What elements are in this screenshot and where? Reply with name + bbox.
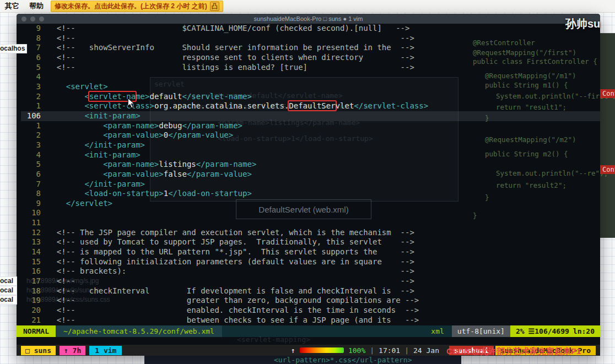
- code-line: 20 <!-- enabled. checkInterval is the ti…: [21, 306, 600, 316]
- save-stamp-icon: 凸: [210, 2, 219, 11]
- line-number: 8: [21, 189, 47, 199]
- code-line: 9 <!-- $CATALINA_HOME/conf (checked seco…: [21, 24, 600, 34]
- battery-gauge: [300, 347, 344, 353]
- line-number: 3: [21, 140, 47, 150]
- url-label-fragment: ocal: [0, 276, 17, 286]
- code-line: 21 <!-- between checks to see if a JSP p…: [21, 316, 600, 325]
- date: 24 Jan: [413, 346, 439, 355]
- url-label-fragment: ocal: [0, 286, 17, 295]
- code-line: 6 <param-value>false</param-value>: [21, 170, 600, 180]
- line-number: 2: [21, 131, 47, 140]
- red-annotation-box: servlet-na: [89, 92, 136, 101]
- line-number: 12: [21, 228, 47, 238]
- separator: |: [404, 346, 409, 355]
- menu-bar: 其它 帮助 修改未保存。点击此处保存。(上次保存 2 小时 之前) 凸: [0, 0, 615, 13]
- line-number: 6: [21, 53, 47, 63]
- code-line: 9 </servlet>: [21, 199, 600, 209]
- line-number: 14: [21, 247, 47, 257]
- code-line: 5 <!-- listings is enabled? [true] -->: [21, 63, 600, 73]
- line-number: 5: [21, 160, 47, 170]
- line-number: 20: [21, 306, 47, 316]
- code-line: 19 <!-- greater than zero, background co…: [21, 296, 600, 306]
- line-number: 10: [21, 208, 47, 218]
- code-line: 4: [21, 72, 600, 82]
- tmux-session-badge[interactable]: □ suns: [21, 346, 56, 355]
- line-number: 1: [21, 121, 47, 131]
- line-number: 4: [21, 72, 47, 82]
- code-line: 7 <!-- showServerInfo Should server info…: [21, 43, 600, 53]
- line-number: 18: [21, 286, 47, 296]
- vim-statusline: NORMAL ~/apache-tomcat-8.5.29/conf/web.x…: [17, 325, 600, 337]
- statusline-filler: [222, 325, 423, 337]
- separator: |: [370, 346, 374, 355]
- code-line: 18 <!-- checkInterval If development is …: [21, 286, 600, 296]
- line-number: 1: [21, 101, 47, 111]
- background-url-pattern-text: <url-pattern>*.css</url-pattern>: [274, 356, 412, 364]
- code-line: 4 <init-param>: [21, 150, 600, 160]
- menu-item-other[interactable]: 其它: [0, 1, 24, 11]
- line-number: 15: [21, 257, 47, 267]
- line-number: 7: [21, 43, 47, 53]
- terminal-window: sunshuaideMacBook-Pro □ suns ● 1 vim 9 <…: [17, 14, 600, 356]
- tmux-user-badge: sunshuai: [449, 346, 494, 355]
- line-number: 6: [21, 170, 47, 180]
- code-line: 6 <!-- response sent to clients when dir…: [21, 53, 600, 63]
- line-number: 9: [21, 24, 47, 34]
- screen: <url-pattern>*.css</url-pattern> 其它 帮助 修…: [0, 0, 615, 364]
- line-ruler: ☰106/4699: [528, 327, 569, 335]
- cursor-position-indicator: 2% ☰106/4699 ln:20: [510, 325, 600, 337]
- code-line: 7 </init-param>: [21, 180, 600, 189]
- line-number: 7: [21, 180, 47, 189]
- code-line: 3 </init-param>: [21, 140, 600, 150]
- red-annotation-box: DefaultSer: [289, 101, 335, 110]
- line-number: 11: [21, 218, 47, 228]
- code-line: 15 <!-- following initialization paramet…: [21, 257, 600, 267]
- code-line: 14 <!-- is mapped to the URL pattern "*.…: [21, 247, 600, 257]
- menu-item-help[interactable]: 帮助: [24, 1, 48, 11]
- url-label-fragment: ocal: [0, 295, 17, 305]
- code-line: 1 <param-name>debug</param-name>: [21, 121, 600, 131]
- code-line: 13 <!-- used by Tomcat to support JSP pa…: [21, 237, 600, 247]
- battery-percent: 100%: [348, 346, 365, 355]
- clock: 17:01: [379, 346, 400, 355]
- vim-command-line[interactable]: [17, 337, 600, 345]
- tmux-statusbar: □ suns ↑ 7h 1 vim ↑ 100% | 17:01 | 24 Ja…: [17, 345, 600, 356]
- code-line: 12 <!-- The JSP page compiler and execut…: [21, 228, 600, 238]
- line-number: 13: [21, 237, 47, 247]
- code-line: 3 <servlet>: [21, 82, 600, 92]
- window-title: sunshuaideMacBook-Pro □ suns ● 1 vim: [17, 15, 600, 22]
- vim-mode-indicator: NORMAL: [17, 325, 56, 337]
- filetype-indicator: xml: [423, 325, 451, 337]
- code-line: 1 <servlet-class>org.apache.catalina.ser…: [21, 101, 600, 111]
- code-line: 5 <param-name>listings</param-name>: [21, 160, 600, 170]
- code-lines[interactable]: 9 <!-- $CATALINA_HOME/conf (checked seco…: [17, 24, 600, 325]
- code-line: 10: [21, 208, 600, 218]
- scroll-percent: 2%: [516, 327, 525, 335]
- line-number: 16: [21, 267, 47, 276]
- terminal-titlebar[interactable]: sunshuaideMacBook-Pro □ suns ● 1 vim: [17, 14, 600, 24]
- code-line: 2 <param-value>0</param-value>: [21, 131, 600, 140]
- line-number: 19: [21, 296, 47, 306]
- tmux-host-badge: sunshuaideMacBook-Pro: [495, 346, 596, 355]
- unsaved-changes-notice[interactable]: 修改未保存。点击此处保存。(上次保存 2 小时 之前) 凸: [51, 1, 223, 12]
- line-number: 2: [21, 92, 47, 102]
- tmux-uptime-badge: ↑ 7h: [60, 346, 85, 355]
- line-number: 9: [21, 199, 47, 209]
- code-line: 11: [21, 218, 600, 228]
- code-line: 17 <!-- -->: [21, 276, 600, 286]
- line-number: 3: [21, 82, 47, 92]
- code-line: 2 <servlet-name>default</servlet-name>: [21, 92, 600, 102]
- line-number: 17: [21, 276, 47, 286]
- code-line: 16 <!-- brackets): -->: [21, 267, 600, 276]
- line-number: 8: [21, 34, 47, 44]
- line-number: 106: [21, 111, 47, 121]
- code-line: 106 <init-param>: [21, 111, 600, 121]
- code-line: 8 <load-on-startup>1</load-on-startup>: [21, 189, 600, 199]
- file-path: ~/apache-tomcat-8.5.29/conf/web.xml: [56, 325, 222, 337]
- tmux-status-right: ↑ 100% | 17:01 | 24 Jan: [291, 346, 439, 355]
- unsaved-notice-text: 修改未保存。点击此处保存。(上次保存 2 小时 之前): [55, 2, 207, 11]
- line-number: 5: [21, 63, 47, 73]
- code-line: 8 <!-- -->: [21, 34, 600, 44]
- battery-arrow-icon: ↑: [291, 346, 295, 355]
- tmux-window-vim[interactable]: 1 vim: [89, 346, 122, 355]
